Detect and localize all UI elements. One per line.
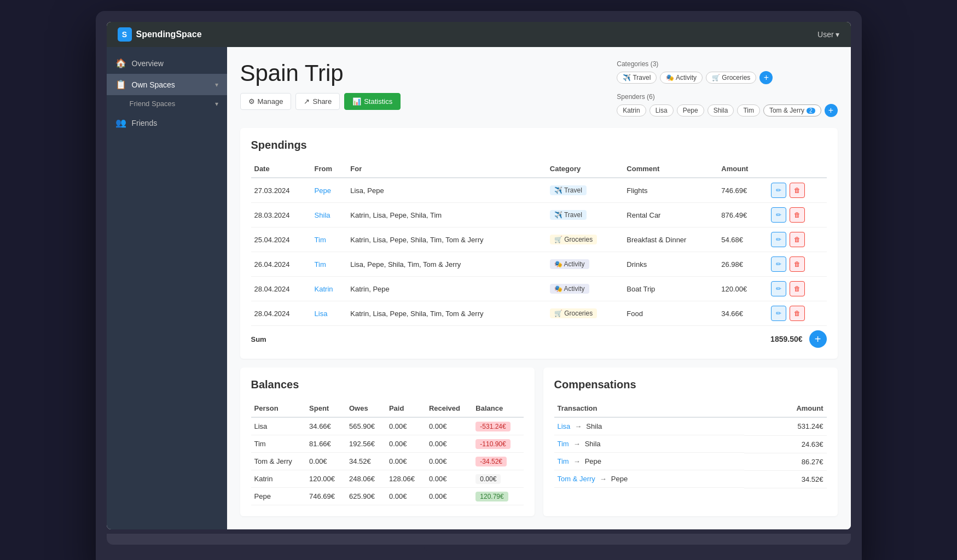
balance-balance: 0.00€ bbox=[472, 470, 523, 488]
balance-spent: 746.69€ bbox=[306, 488, 346, 505]
balance-received: 0.00€ bbox=[426, 417, 472, 435]
add-spender-button[interactable]: + bbox=[825, 104, 838, 117]
spending-comment: Drinks bbox=[623, 252, 718, 277]
category-tag-groceries[interactable]: 🛒 Groceries bbox=[706, 72, 756, 84]
spenders-label: Spenders (6) bbox=[617, 93, 837, 101]
sidebar-item-friends[interactable]: 👥 Friends bbox=[107, 112, 227, 133]
sum-label: Sum bbox=[251, 335, 266, 343]
arrow-icon: → bbox=[600, 475, 607, 483]
bal-col-received: Received bbox=[426, 400, 472, 417]
bal-col-paid: Paid bbox=[386, 400, 426, 417]
edit-spending-button[interactable]: ✏ bbox=[771, 306, 786, 321]
spending-actions: ✏ 🗑 bbox=[766, 228, 827, 252]
balance-owes: 34.52€ bbox=[346, 453, 386, 470]
edit-spending-button[interactable]: ✏ bbox=[771, 256, 786, 272]
spending-from: Tim bbox=[311, 228, 347, 252]
spender-pepe[interactable]: Pepe bbox=[677, 104, 704, 116]
spendings-row: 27.03.2024 Pepe Lisa, Pepe ✈️ Travel Fli… bbox=[251, 178, 827, 203]
delete-spending-button[interactable]: 🗑 bbox=[790, 207, 805, 223]
user-menu[interactable]: User ▾ bbox=[817, 30, 839, 39]
edit-spending-button[interactable]: ✏ bbox=[771, 281, 786, 296]
categories-label: Categories (3) bbox=[617, 60, 773, 68]
spending-amount: 26.98€ bbox=[718, 252, 765, 277]
spendings-row: 28.04.2024 Katrin Katrin, Pepe 🎭 Activit… bbox=[251, 277, 827, 301]
balance-paid: 128.06€ bbox=[386, 470, 426, 488]
spending-amount: 34.66€ bbox=[718, 301, 765, 326]
spending-for: Katrin, Pepe bbox=[347, 277, 547, 301]
page-header: Spain Trip ⚙ Manage ↗ Share 📊 bbox=[240, 60, 838, 119]
spending-amount: 746.69€ bbox=[718, 178, 765, 203]
balance-person: Tim bbox=[251, 435, 306, 453]
col-comment: Comment bbox=[623, 160, 718, 178]
comp-amount: 86.27€ bbox=[744, 453, 827, 470]
spending-comment: Breakfast & Dinner bbox=[623, 228, 718, 252]
tom-jerry-badge: 2 bbox=[807, 108, 815, 114]
statistics-button[interactable]: 📊 Statistics bbox=[344, 93, 401, 110]
balance-received: 0.00€ bbox=[426, 453, 472, 470]
bal-col-person: Person bbox=[251, 400, 306, 417]
delete-spending-button[interactable]: 🗑 bbox=[790, 183, 805, 198]
balance-balance: 120.79€ bbox=[472, 488, 523, 505]
compensation-row: Lisa → Shila 531.24€ bbox=[554, 417, 827, 435]
comp-amount: 531.24€ bbox=[744, 417, 827, 435]
comp-from: Tim → Pepe bbox=[554, 453, 744, 470]
balance-balance: -531.24€ bbox=[472, 417, 523, 435]
spending-for: Lisa, Pepe, Shila, Tim, Tom & Jerry bbox=[347, 252, 547, 277]
spending-amount: 876.49€ bbox=[718, 203, 765, 228]
spending-actions: ✏ 🗑 bbox=[766, 178, 827, 203]
page-title: Spain Trip bbox=[240, 60, 401, 86]
delete-spending-button[interactable]: 🗑 bbox=[790, 306, 805, 321]
spending-for: Katrin, Lisa, Pepe, Shila, Tim, Tom & Je… bbox=[347, 228, 547, 252]
sidebar-own-spaces-label: Own Spaces bbox=[132, 80, 210, 89]
col-from: From bbox=[311, 160, 347, 178]
edit-spending-button[interactable]: ✏ bbox=[771, 183, 786, 198]
arrow-icon: → bbox=[575, 422, 582, 430]
comp-col-amount: Amount bbox=[744, 400, 827, 417]
sidebar-friends-label: Friends bbox=[132, 119, 218, 127]
add-category-button[interactable]: + bbox=[759, 71, 773, 84]
spendings-row: 28.04.2024 Lisa Katrin, Lisa, Pepe, Shil… bbox=[251, 301, 827, 326]
category-tag-travel[interactable]: ✈️ Travel bbox=[617, 72, 657, 84]
main-content: Spain Trip ⚙ Manage ↗ Share 📊 bbox=[227, 47, 851, 529]
edit-spending-button[interactable]: ✏ bbox=[771, 232, 786, 247]
balance-owes: 248.06€ bbox=[346, 470, 386, 488]
balances-table: Person Spent Owes Paid Received Balance … bbox=[251, 400, 524, 505]
manage-button[interactable]: ⚙ Manage bbox=[240, 93, 292, 110]
compensations-section: Compensations Transaction Amount Lisa → bbox=[543, 368, 838, 516]
spending-actions: ✏ 🗑 bbox=[766, 277, 827, 301]
spending-actions: ✏ 🗑 bbox=[766, 301, 827, 326]
spending-date: 28.03.2024 bbox=[251, 203, 311, 228]
comp-to: Pepe bbox=[611, 475, 628, 483]
spender-tim[interactable]: Tim bbox=[737, 104, 760, 116]
spender-katrin[interactable]: Katrin bbox=[617, 104, 646, 116]
spender-shila[interactable]: Shila bbox=[707, 104, 734, 116]
delete-spending-button[interactable]: 🗑 bbox=[790, 232, 805, 247]
spending-category: 🛒 Groceries bbox=[547, 228, 623, 252]
spending-date: 28.04.2024 bbox=[251, 301, 311, 326]
sidebar-item-friend-spaces[interactable]: Friend Spaces ▾ bbox=[107, 95, 227, 112]
spending-category: ✈️ Travel bbox=[547, 203, 623, 228]
spender-tom-jerry[interactable]: Tom & Jerry 2 bbox=[763, 104, 821, 116]
balance-spent: 34.66€ bbox=[306, 417, 346, 435]
sidebar-item-overview[interactable]: 🏠 Overview bbox=[107, 52, 227, 74]
balance-owes: 565.90€ bbox=[346, 417, 386, 435]
bal-col-owes: Owes bbox=[346, 400, 386, 417]
balance-owes: 625.90€ bbox=[346, 488, 386, 505]
balance-paid: 0.00€ bbox=[386, 453, 426, 470]
sidebar-item-own-spaces[interactable]: 📋 Own Spaces ▾ bbox=[107, 74, 227, 95]
balance-paid: 0.00€ bbox=[386, 435, 426, 453]
spendings-row: 28.03.2024 Shila Katrin, Lisa, Pepe, Shi… bbox=[251, 203, 827, 228]
spending-comment: Food bbox=[623, 301, 718, 326]
col-actions bbox=[766, 160, 827, 178]
add-spending-button[interactable]: + bbox=[809, 330, 827, 348]
spender-lisa[interactable]: Lisa bbox=[649, 104, 674, 116]
bal-col-spent: Spent bbox=[306, 400, 346, 417]
delete-spending-button[interactable]: 🗑 bbox=[790, 256, 805, 272]
balance-received: 0.00€ bbox=[426, 488, 472, 505]
edit-spending-button[interactable]: ✏ bbox=[771, 207, 786, 223]
category-tag-activity[interactable]: 🎭 Activity bbox=[660, 72, 703, 84]
balance-owes: 192.56€ bbox=[346, 435, 386, 453]
delete-spending-button[interactable]: 🗑 bbox=[790, 281, 805, 296]
balance-paid: 0.00€ bbox=[386, 417, 426, 435]
share-button[interactable]: ↗ Share bbox=[295, 93, 340, 110]
